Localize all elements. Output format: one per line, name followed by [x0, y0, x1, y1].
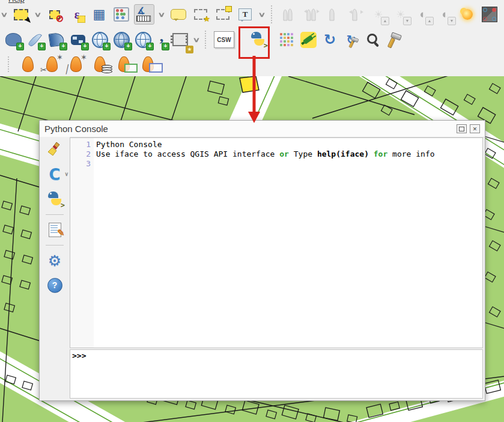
line-number-gutter: 1 2 3 [70, 138, 94, 348]
new-form-annotation-button[interactable]: ★ [191, 5, 210, 24]
keyword-or: or [279, 149, 289, 158]
no-entry-icon: ⊘ [56, 13, 64, 24]
down-arrow-badge-icon: ▼ [403, 17, 411, 25]
plus-badge-icon: + [59, 43, 67, 50]
annotation-dropdown-chevron-icon[interactable]: ∨ [258, 5, 266, 24]
text-annotation-button[interactable]: T [235, 5, 255, 24]
osm-tools-button[interactable] [385, 30, 404, 49]
keyword-for: for [374, 149, 387, 158]
open-attribute-table-button[interactable]: ▦ [90, 5, 109, 24]
epsilon-icon: ε [74, 8, 80, 22]
question-icon: ? [47, 278, 62, 293]
python-console-titlebar[interactable]: Python Console ✕ [40, 121, 485, 137]
python-console-panel: Python Console ✕ C∨ > ✎ ⚙ ? [39, 120, 485, 401]
add-oracle-layer-button[interactable]: + [68, 30, 88, 49]
toolbar-separator [271, 5, 277, 23]
import-class-button[interactable]: C∨ [44, 165, 65, 184]
add-wms-layer-button[interactable]: + [90, 30, 109, 49]
toolbar-separator [46, 245, 64, 246]
broom-icon [47, 142, 62, 158]
console-prompt: >>> [72, 351, 86, 360]
manage-plugins-button[interactable] [299, 30, 318, 49]
add-wfs-layer-button[interactable]: + [133, 30, 153, 49]
float-icon [459, 127, 464, 131]
plus-badge-icon: + [124, 43, 132, 50]
raster-magic-wand-button[interactable]: ╱✶ [65, 55, 86, 73]
decrease-brightness-button[interactable]: ☀▼ [391, 5, 410, 24]
statistical-summary-button[interactable] [112, 5, 131, 24]
plus-badge-icon: + [38, 43, 46, 50]
console-output-area[interactable]: 1 2 3 Python ConsoleUse iface to access … [70, 137, 483, 348]
blue-c-refresh-icon: C [49, 167, 60, 182]
star-badge-icon: ✶ [56, 53, 63, 62]
raster-layers-button[interactable] [90, 55, 110, 73]
map-tips-button[interactable] [169, 5, 188, 24]
console-toolbar: C∨ > ✎ ⚙ ? [40, 137, 70, 400]
flame-icon [46, 56, 58, 72]
console-input-area[interactable]: >>> [70, 349, 483, 399]
down-arrow-badge-icon: ▼ [448, 17, 456, 25]
ruler-icon [136, 16, 151, 22]
add-wcs-layer-button[interactable]: + [112, 30, 131, 49]
help-call: help(iface) [317, 149, 369, 158]
local-cumulative-stretch-button[interactable] [324, 5, 344, 24]
increase-brightness-button[interactable]: ☀▲ [369, 5, 388, 24]
selection-rectangle-icon [14, 9, 28, 20]
output-line-1: Python Console [96, 140, 435, 149]
layer-stack-badge-icon [102, 70, 112, 73]
clear-console-button[interactable] [44, 140, 65, 160]
show-editor-button[interactable]: ✎ [44, 220, 65, 240]
attributes-toolbar: ∨ ∨ ⊘ ε ▦ ∡ ∨ ★ T ∨ ☀▲ ☀▼ ◐▲ ◐▼ [0, 4, 504, 25]
csw-icon: CSW [214, 31, 234, 48]
scissors-badge-icon: ✂ [40, 65, 47, 74]
plugin-builder-button[interactable]: ↻ [342, 30, 361, 49]
add-spatialite-layer-button[interactable]: + [25, 30, 44, 49]
gear-icon: ⚙ [48, 252, 61, 270]
plugin-reloader-button[interactable]: ↻ [320, 30, 339, 49]
plus-badge-icon: + [103, 43, 111, 50]
raster-extent-green-button[interactable] [114, 55, 134, 73]
comma-icon: , [160, 34, 164, 40]
metasearch-csw-button[interactable]: CSW [213, 30, 235, 49]
red-arrow [246, 56, 262, 125]
add-mssql-layer-button[interactable]: + [47, 30, 66, 49]
heatmap-button[interactable] [17, 55, 38, 73]
select-by-expression-button[interactable]: ε [67, 5, 87, 24]
close-panel-button[interactable]: ✕ [470, 124, 480, 133]
full-histogram-stretch-button[interactable] [302, 5, 321, 24]
measure-dropdown-chevron-icon[interactable]: ∨ [157, 5, 166, 24]
chip-icon [172, 33, 188, 46]
decrease-contrast-button[interactable]: ◐▼ [436, 5, 455, 24]
float-panel-button[interactable] [457, 124, 467, 133]
local-histogram-stretch-button[interactable] [280, 5, 299, 24]
select-features-button[interactable] [11, 5, 31, 24]
run-command-button[interactable]: > [44, 190, 65, 209]
python-icon: > [46, 191, 63, 207]
georeferencer-button[interactable] [480, 5, 499, 24]
raster-terrain-analysis-button[interactable]: ✂✶ [41, 55, 62, 73]
move-annotation-button[interactable] [213, 5, 232, 24]
layer-dropdown-chevron-icon[interactable]: ∨ [192, 30, 201, 49]
raster-plugin-toolbar: ✂✶ ╱✶ [0, 54, 158, 74]
add-delimited-text-layer-button[interactable]: ,+ [155, 30, 168, 49]
deselect-features-button[interactable]: ⊘ [45, 5, 64, 24]
line-number: 1 [70, 140, 91, 149]
options-button[interactable]: ⚙ [44, 251, 65, 270]
search-button[interactable] [363, 30, 383, 49]
new-spatial-bookmark-button[interactable] [458, 5, 477, 24]
up-arrow-badge-icon: ▲ [425, 17, 434, 25]
stretch-updated-canvas-button[interactable] [347, 5, 366, 24]
raster-extent-blue-button[interactable] [138, 55, 158, 73]
add-postgis-layer-button[interactable]: + [4, 30, 23, 49]
toolbar-separator [8, 56, 14, 72]
glowing-dot-icon [462, 9, 473, 20]
add-virtual-layer-button[interactable]: ★ [171, 30, 190, 49]
help-button[interactable]: ? [44, 276, 65, 295]
speech-bubble-icon [171, 9, 186, 20]
select-dropdown-chevron-icon[interactable]: ∨ [34, 5, 42, 24]
install-plugins-button[interactable] [277, 30, 296, 49]
measure-line-button[interactable]: ∡ [134, 4, 154, 25]
identify-dropdown-chevron-icon[interactable]: ∨ [0, 5, 8, 24]
increase-contrast-button[interactable]: ◐▲ [413, 5, 433, 24]
yellow-badge-icon [225, 6, 232, 12]
